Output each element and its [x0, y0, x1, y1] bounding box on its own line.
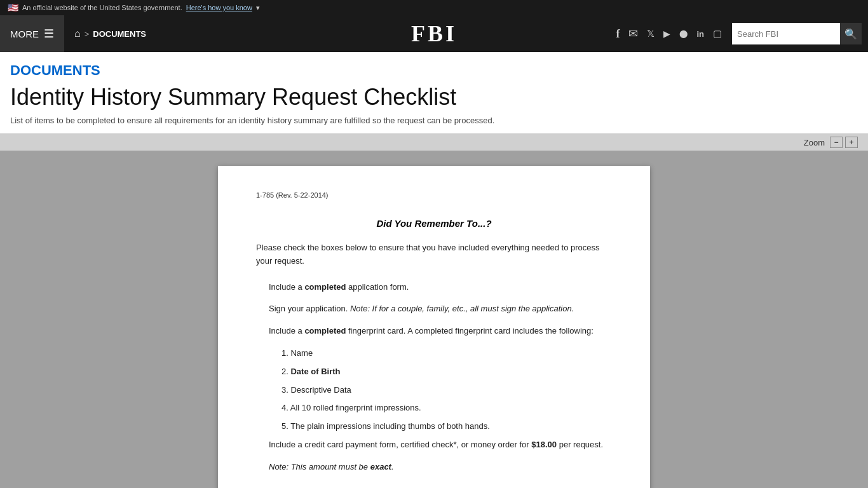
- breadcrumb-separator: >: [85, 29, 90, 39]
- form-number: 1-785 (Rev. 5-22-2014): [256, 191, 612, 199]
- twitter-icon[interactable]: 𝕏: [644, 25, 657, 42]
- page-subtitle: List of items to be completed to ensure …: [10, 116, 858, 125]
- breadcrumb-current: DOCUMENTS: [93, 29, 146, 39]
- nav-right: f ✉ 𝕏 ▶ ⬤ in ▢ 🔍: [613, 23, 868, 44]
- sublist-item-3: 3. Descriptive Data: [281, 384, 612, 397]
- payment-item: Include a credit card payment form, cert…: [256, 438, 612, 452]
- zoom-bar: Zoom − +: [0, 134, 868, 151]
- facebook-icon[interactable]: f: [613, 25, 622, 43]
- zoom-label: Zoom: [804, 138, 825, 147]
- fingerprint-sublist: 1. Name 2. Date of Birth 3. Descriptive …: [256, 347, 612, 433]
- sublist-item-4: 4. All 10 rolled fingerprint impressions…: [281, 402, 612, 415]
- sublist-item-1: 1. Name: [281, 347, 612, 360]
- payment-note: Note: This amount must be exact.: [256, 461, 612, 474]
- instagram-icon[interactable]: ▢: [710, 25, 724, 42]
- hamburger-icon: ☰: [44, 27, 54, 41]
- search-input[interactable]: [732, 23, 840, 44]
- flickr-icon[interactable]: ⬤: [677, 27, 690, 41]
- zoom-in-button[interactable]: +: [845, 137, 858, 148]
- document-viewer: 1-785 (Rev. 5-22-2014) Did You Remember …: [0, 151, 868, 488]
- checklist-item-2: Sign your application. Note: If for a co…: [256, 302, 612, 316]
- gov-banner-link[interactable]: Here's how you know: [186, 4, 252, 11]
- sublist-item-5: 5. The plain impressions including thumb…: [281, 420, 612, 433]
- document-heading: Did You Remember To...?: [256, 218, 612, 229]
- zoom-out-button[interactable]: −: [830, 137, 843, 148]
- more-label: MORE: [10, 29, 39, 39]
- page-category: DOCUMENTS: [10, 62, 858, 79]
- email-icon[interactable]: ✉: [626, 24, 641, 43]
- page-header: DOCUMENTS Identity History Summary Reque…: [0, 52, 868, 134]
- zoom-controls: − +: [830, 137, 858, 148]
- search-button[interactable]: 🔍: [840, 23, 862, 44]
- home-icon[interactable]: ⌂: [74, 28, 81, 39]
- more-button[interactable]: MORE ☰: [0, 15, 64, 52]
- document-intro: Please check the boxes below to ensure t…: [256, 241, 612, 268]
- checklist-item-3: Include a completed fingerprint card. A …: [256, 325, 612, 338]
- gov-banner: 🇺🇸 An official website of the United Sta…: [0, 0, 868, 15]
- document-page: 1-785 (Rev. 5-22-2014) Did You Remember …: [218, 166, 650, 488]
- checklist-item-1: Include a completed application form.: [256, 281, 612, 294]
- linkedin-icon[interactable]: in: [694, 27, 707, 41]
- youtube-icon[interactable]: ▶: [661, 26, 673, 41]
- dropdown-chevron-icon: ▾: [256, 4, 260, 12]
- main-navbar: MORE ☰ ⌂ > DOCUMENTS FBI f ✉ 𝕏 ▶ ⬤ in ▢ …: [0, 15, 868, 52]
- flag-icon: 🇺🇸: [8, 3, 18, 13]
- page-title: Identity History Summary Request Checkli…: [10, 84, 858, 111]
- fbi-logo[interactable]: FBI: [411, 20, 457, 47]
- sublist-item-2: 2. Date of Birth: [281, 365, 612, 379]
- search-box: 🔍: [732, 23, 862, 44]
- gov-banner-text: An official website of the United States…: [22, 4, 182, 11]
- breadcrumb: ⌂ > DOCUMENTS: [64, 28, 156, 39]
